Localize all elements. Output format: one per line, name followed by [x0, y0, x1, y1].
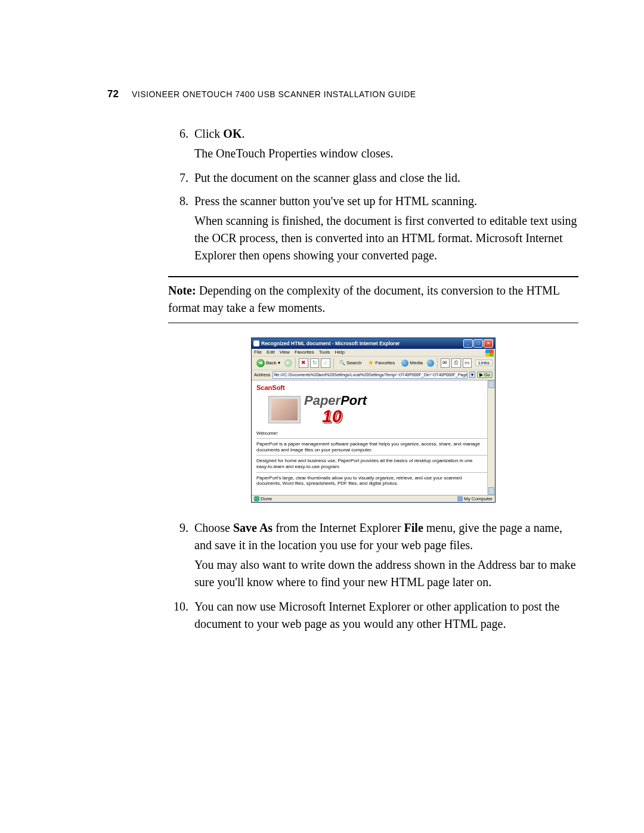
header-title: VISIONEER ONETOUCH 7400 USB SCANNER INST…: [132, 89, 416, 99]
mail-icon[interactable]: ✉: [441, 358, 450, 368]
paperport-logo: PaperPort 10: [268, 393, 490, 426]
status-text: Done: [261, 496, 272, 502]
scansoft-logo: ScanSoft: [256, 384, 285, 392]
dropdown-icon[interactable]: ▾: [469, 371, 475, 378]
separator: [437, 358, 438, 368]
links-label[interactable]: Links: [475, 360, 493, 367]
ie-screenshot: Recognized HTML document - Microsoft Int…: [251, 337, 496, 503]
media-icon: [401, 360, 408, 367]
home-icon[interactable]: ⌂: [321, 358, 330, 368]
note-block: Note: Depending on the complexity of the…: [168, 282, 578, 317]
address-input[interactable]: file:///C:/Documents%20and%20Settings/Lo…: [273, 371, 467, 379]
separator: [295, 358, 296, 368]
step-subtext: You may also want to write down the addr…: [194, 556, 578, 591]
step-9: 9. Choose Save As from the Internet Expl…: [168, 519, 578, 594]
step-number: 6.: [168, 125, 194, 166]
divider: [168, 276, 578, 277]
step-subtext: When scanning is finished, the document …: [194, 212, 578, 264]
menu-tools[interactable]: Tools: [319, 349, 330, 355]
go-button[interactable]: ▶ Go: [477, 371, 493, 378]
ie-menubar: File Edit View Favorites Tools Help: [252, 349, 495, 357]
search-button[interactable]: 🔍Search: [337, 359, 364, 367]
page-number: 72: [107, 88, 119, 100]
menu-help[interactable]: Help: [335, 349, 344, 355]
body-paragraph: Designed for home and business use, Pape…: [256, 458, 490, 469]
edit-icon[interactable]: ▭: [463, 358, 472, 368]
ie-titlebar: Recognized HTML document - Microsoft Int…: [252, 338, 495, 349]
ie-page-body: ScanSoft PaperPort 10 Welcome! PaperPort…: [252, 380, 495, 495]
favorites-button[interactable]: ★Favorites: [366, 358, 397, 368]
step-10: 10. You can now use Microsoft Internet E…: [168, 598, 578, 635]
stop-icon[interactable]: ✖: [299, 358, 308, 368]
step-7: 7. Put the document on the scanner glass…: [168, 169, 578, 189]
body-paragraph: PaperPort's large, clear thumbnails allo…: [256, 475, 490, 487]
step-text: Put the document on the scanner glass an…: [194, 169, 578, 187]
scrollbar[interactable]: [487, 380, 495, 495]
folder-thumbnail-icon: [268, 396, 301, 423]
step-text: Click OK.: [194, 125, 578, 143]
zone-text: My Computer: [464, 496, 493, 502]
forward-icon[interactable]: ►: [284, 359, 293, 367]
back-icon: ◄: [256, 359, 265, 367]
menu-edit[interactable]: Edit: [267, 349, 275, 355]
divider: [256, 455, 490, 456]
refresh-icon[interactable]: ↻: [310, 358, 320, 368]
step-text: You can now use Microsoft Internet Explo…: [194, 598, 578, 633]
step-6: 6. Click OK. The OneTouch Properties win…: [168, 125, 578, 166]
step-text: Press the scanner button you've set up f…: [194, 193, 578, 210]
star-icon: ★: [368, 359, 374, 367]
page-header: 72 VISIONEER ONETOUCH 7400 USB SCANNER I…: [107, 88, 578, 100]
ie-toolbar: ◄Back ▾ ► ✖ ↻ ⌂ 🔍Search ★Favorites Media…: [252, 357, 495, 370]
body-paragraph: PaperPort is a paper management software…: [256, 441, 490, 453]
address-label: Address: [254, 372, 271, 377]
menu-view[interactable]: View: [280, 349, 290, 355]
separator: [333, 358, 334, 368]
step-number: 10.: [168, 598, 194, 635]
divider: [168, 323, 578, 323]
menu-file[interactable]: File: [254, 349, 262, 355]
step-8: 8. Press the scanner button you've set u…: [168, 193, 578, 268]
windows-logo-icon: [485, 349, 494, 357]
back-button[interactable]: ◄Back ▾: [254, 358, 283, 368]
step-number: 7.: [168, 169, 194, 189]
search-icon: 🔍: [339, 360, 345, 366]
computer-icon: [457, 496, 463, 501]
print-icon[interactable]: ⎙: [451, 358, 461, 368]
step-number: 8.: [168, 193, 194, 268]
divider: [256, 472, 490, 473]
close-icon[interactable]: ×: [484, 339, 493, 348]
ie-statusbar: Done My Computer: [252, 495, 495, 503]
step-number: 9.: [168, 519, 194, 594]
step-subtext: The OneTouch Properties window closes.: [194, 145, 578, 162]
done-icon: [254, 496, 259, 501]
maximize-icon[interactable]: □: [473, 339, 483, 348]
ie-addressbar: Address file:///C:/Documents%20and%20Set…: [252, 370, 495, 380]
divider: [256, 438, 490, 439]
minimize-icon[interactable]: _: [463, 339, 473, 348]
ie-window-title: Recognized HTML document - Microsoft Int…: [261, 340, 400, 346]
menu-favorites[interactable]: Favorites: [295, 349, 314, 355]
welcome-text: Welcome!: [256, 431, 490, 436]
page-content: 6. Click OK. The OneTouch Properties win…: [107, 125, 578, 635]
step-text: Choose Save As from the Internet Explore…: [194, 519, 578, 554]
ie-logo-icon: [253, 340, 259, 346]
history-icon[interactable]: [427, 360, 434, 367]
media-button[interactable]: Media: [399, 358, 425, 368]
